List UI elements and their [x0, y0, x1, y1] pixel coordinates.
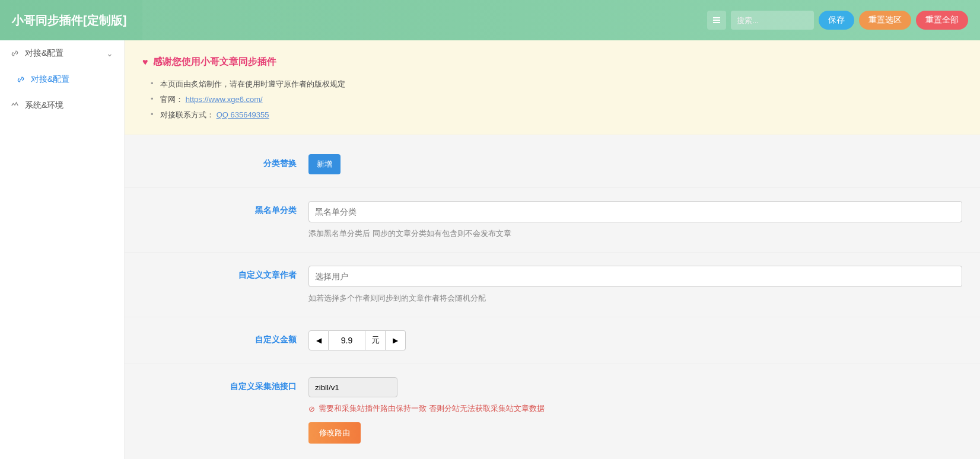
notice-line: 对接联系方式： QQ 635649355 [142, 107, 962, 123]
label-category-replace: 分类替换 [142, 154, 308, 169]
main-content: ♥ 感谢您使用小哥文章同步插件 本页面由炙焰制作，请在使用时遵守原作者的版权规定… [125, 40, 980, 459]
system-icon [11, 101, 19, 110]
api-route-warning: ⊘ 需要和采集站插件路由保持一致 否则分站无法获取采集站文章数据 [308, 403, 962, 414]
topbar-actions: 保存 重置选区 重置全部 [707, 11, 968, 30]
amount-increase-button[interactable]: ▶ [386, 330, 406, 350]
amount-input[interactable] [329, 330, 365, 350]
topbar: 小哥同步插件[定制版] 保存 重置选区 重置全部 [0, 0, 980, 40]
chevron-down-icon: ⌄ [106, 49, 113, 58]
blacklist-input[interactable] [308, 201, 962, 222]
reset-all-button[interactable]: 重置全部 [916, 11, 968, 30]
save-button[interactable]: 保存 [819, 11, 854, 30]
label-custom-amount: 自定义金额 [142, 330, 308, 345]
author-select[interactable] [308, 266, 962, 287]
menu-icon [712, 15, 721, 25]
link-icon [11, 49, 19, 58]
sidebar-item-config[interactable]: 对接&配置 [0, 66, 124, 93]
author-help: 如若选择多个作者则同步到的文章作者将会随机分配 [308, 293, 962, 304]
amount-unit: 元 [365, 330, 386, 350]
row-custom-author: 自定义文章作者 如若选择多个作者则同步到的文章作者将会随机分配 [125, 253, 980, 317]
api-route-input[interactable] [308, 377, 397, 397]
amount-decrease-button[interactable]: ◀ [308, 330, 329, 350]
add-category-button[interactable]: 新增 [308, 154, 341, 174]
sidebar-item-label: 对接&配置 [31, 74, 69, 85]
sidebar-item-label: 系统&环境 [25, 100, 63, 111]
search-input[interactable] [731, 11, 814, 30]
sidebar-item-system[interactable]: 系统&环境 [0, 93, 124, 119]
notice-line: 官网： https://www.xge6.com/ [142, 92, 962, 107]
modify-route-button[interactable]: 修改路由 [308, 422, 361, 444]
row-category-replace: 分类替换 新增 [125, 141, 980, 188]
row-custom-api: 自定义采集池接口 ⊘ 需要和采集站插件路由保持一致 否则分站无法获取采集站文章数… [125, 364, 980, 457]
row-blacklist: 黑名单分类 添加黑名单分类后 同步的文章分类如有包含则不会发布文章 [125, 188, 980, 253]
official-link[interactable]: https://www.xge6.com/ [186, 95, 263, 104]
notice-title: ♥ 感谢您使用小哥文章同步插件 [142, 56, 962, 68]
svg-rect-0 [713, 17, 720, 18]
heart-icon: ♥ [142, 57, 148, 68]
sidebar-group-label: 对接&配置 [25, 48, 63, 59]
notice-line: 本页面由炙焰制作，请在使用时遵守原作者的版权规定 [142, 76, 962, 92]
app-title: 小哥同步插件[定制版] [12, 12, 126, 28]
svg-rect-2 [713, 22, 720, 23]
label-custom-api: 自定义采集池接口 [142, 377, 308, 392]
reset-section-button[interactable]: 重置选区 [859, 11, 911, 30]
link-icon [17, 75, 25, 84]
sidebar: 对接&配置 ⌄ 对接&配置 系统&环境 [0, 40, 125, 459]
svg-rect-1 [713, 20, 720, 21]
notice-banner: ♥ 感谢您使用小哥文章同步插件 本页面由炙焰制作，请在使用时遵守原作者的版权规定… [125, 40, 980, 135]
label-custom-author: 自定义文章作者 [142, 266, 308, 280]
warning-icon: ⊘ [308, 404, 315, 413]
contact-link[interactable]: QQ 635649355 [217, 110, 269, 119]
blacklist-help: 添加黑名单分类后 同步的文章分类如有包含则不会发布文章 [308, 228, 962, 239]
amount-spinner: ◀ 元 ▶ [308, 330, 962, 350]
form-area: 分类替换 新增 黑名单分类 添加黑名单分类后 同步的文章分类如有包含则不会发布文… [125, 135, 980, 459]
row-custom-amount: 自定义金额 ◀ 元 ▶ [125, 317, 980, 364]
menu-toggle-button[interactable] [707, 11, 726, 30]
sidebar-group-config[interactable]: 对接&配置 ⌄ [0, 40, 124, 66]
label-blacklist: 黑名单分类 [142, 201, 308, 216]
